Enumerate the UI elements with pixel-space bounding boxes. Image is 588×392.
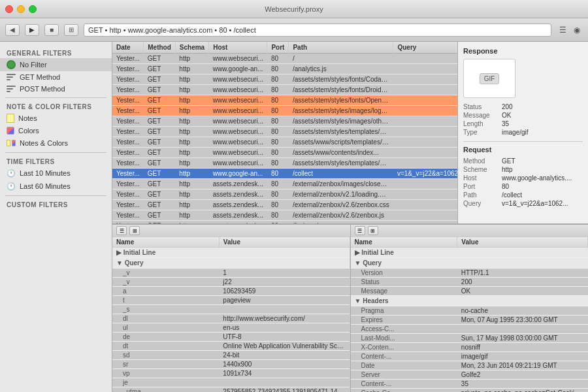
table-row[interactable]: Yester...GEThttpwww.websecuri...80/asset… — [112, 137, 457, 148]
bottom-right-toolbar: ☰ ⊞ — [351, 225, 589, 237]
list-item[interactable]: Access-C... — [351, 325, 588, 334]
time-filters-title: TIME FILTERS — [0, 155, 112, 167]
list-item[interactable]: ▶ Initial Line — [112, 248, 350, 258]
col-path[interactable]: Path — [289, 42, 393, 54]
list-item[interactable]: Status200 — [351, 278, 588, 287]
kv-value-col-r[interactable]: Value — [457, 237, 588, 248]
table-row[interactable]: Yester...GEThttpwww.websecuri...80/asset… — [112, 85, 457, 95]
col-query[interactable]: Query — [393, 42, 457, 54]
bottom-right-panel[interactable]: ☰ ⊞ Name Value ▶ Initial Line▼ QueryVers… — [351, 225, 589, 392]
eye-icon[interactable]: ◉ — [571, 24, 583, 36]
play-button[interactable]: ▶ — [25, 24, 39, 36]
lines-icon-post — [7, 86, 16, 92]
stop-button[interactable]: ■ — [44, 24, 59, 36]
list-item[interactable]: ▼ Query — [112, 258, 350, 269]
table-row[interactable]: Yester...GEThttpassets.zendesk...80/favi… — [112, 221, 457, 224]
sidebar-item-60min[interactable]: 🕐 Last 60 Minutes — [0, 180, 112, 193]
list-item[interactable]: _utma257955852.734924355.1391805471.1400… — [112, 387, 350, 393]
list-item[interactable]: vp1091x734 — [112, 369, 350, 378]
grid-button[interactable]: ⊞ — [64, 24, 78, 36]
back-button[interactable]: ◀ — [5, 24, 20, 36]
table-row[interactable]: Yester...GEThttpwww.websecuri...80/asset… — [112, 148, 457, 158]
list-item[interactable]: sr1440x900 — [112, 360, 350, 369]
traffic-lights — [5, 5, 37, 13]
table-row[interactable]: Yester...GEThttpwww.websecuri...80/asset… — [112, 158, 457, 169]
get-method-label: GET Method — [20, 73, 60, 81]
table-row[interactable]: Yester...GEThttpwww.websecuri...80/asset… — [112, 127, 457, 137]
table-row[interactable]: Yester...GEThttpwww.websecuri...80/asset… — [112, 116, 457, 127]
list-view-btn[interactable]: ☰ — [116, 226, 127, 235]
list-item[interactable]: Content-...35 — [351, 380, 588, 389]
url-bar: GET • http • www.google-analytics.com • … — [84, 24, 551, 37]
list-item[interactable]: sd24-bit — [112, 351, 350, 360]
table-row[interactable]: Yester...GEThttpassets.zendesk...80/exte… — [112, 200, 457, 210]
response-preview: GIF — [463, 59, 515, 98]
url-text: GET • http • www.google-analytics.com • … — [88, 26, 256, 34]
list-item[interactable]: _vj22 — [112, 278, 350, 287]
col-method[interactable]: Method — [144, 42, 176, 54]
sidebar-item-10min[interactable]: 🕐 Last 10 Minutes — [0, 167, 112, 180]
list-item[interactable]: deUTF-8 — [112, 333, 350, 342]
grid-view-btn[interactable]: ⊞ — [129, 226, 140, 235]
kv-name-col-r[interactable]: Name — [351, 237, 457, 248]
list-item[interactable]: VersionHTTP/1.1 — [351, 269, 588, 278]
list-item[interactable]: DateMon, 23 Jun 2014 09:21:19 GMT — [351, 361, 588, 370]
list-item[interactable]: MessageOK — [351, 287, 588, 296]
bottom-section: ☰ ⊞ Name Value ▶ Initial Line▼ Query_v1_… — [112, 225, 588, 392]
list-item[interactable]: a106293459 — [112, 287, 350, 296]
response-kv-table: Name Value ▶ Initial Line▼ QueryVersionH… — [351, 237, 589, 392]
list-item[interactable]: dlhttp://www.websecurify.com/ — [112, 314, 350, 323]
table-row[interactable]: Yester...GEThttpwww.google-an...80/colle… — [112, 169, 457, 179]
clock-icon: 🕐 — [7, 169, 16, 178]
table-row[interactable]: Yester...GEThttpassets.zendesk...80/exte… — [112, 179, 457, 189]
kv-value-col[interactable]: Value — [219, 237, 350, 248]
table-row[interactable]: Yester...GEThttpwww.websecuri...80/asset… — [112, 106, 457, 116]
list-item[interactable]: Pragmano-cache — [351, 306, 588, 316]
table-row[interactable]: Yester...GEThttpwww.websecuri...80/asset… — [112, 95, 457, 106]
list-item[interactable]: Cache-Co...private, no-cache, no-cache=S… — [351, 389, 588, 393]
col-port[interactable]: Port — [267, 42, 289, 54]
list-view-btn-r[interactable]: ☰ — [355, 226, 365, 235]
table-row[interactable]: Yester...GEThttpwww.websecuri...80/asset… — [112, 74, 457, 85]
note-icon — [7, 114, 14, 123]
sidebar-item-post[interactable]: POST Method — [0, 83, 112, 95]
col-schema[interactable]: Schema — [175, 42, 208, 54]
list-item[interactable]: Last-Modi...Sun, 17 May 1998 03:00:00 GM… — [351, 334, 588, 343]
sidebar-item-no-filter[interactable]: No Filter — [0, 58, 112, 71]
list-item[interactable]: tpageview — [112, 296, 350, 305]
list-item[interactable]: _v1 — [112, 269, 350, 278]
list-item[interactable]: ▼ Query — [351, 258, 588, 269]
bottom-left-panel[interactable]: ☰ ⊞ Name Value ▶ Initial Line▼ Query_v1_… — [112, 225, 351, 392]
list-item[interactable]: Content-...image/gif — [351, 352, 588, 361]
list-item[interactable]: ▼ Headers — [351, 296, 588, 306]
sidebar-item-colors[interactable]: Colors — [0, 125, 112, 137]
message-value: OK — [502, 112, 511, 119]
sidebar-item-notes[interactable]: Notes — [0, 112, 112, 125]
table-row[interactable]: Yester...GEThttpassets.zendesk...80/exte… — [112, 189, 457, 200]
requests-table[interactable]: Date Method Schema Host Port Path Query … — [112, 42, 457, 223]
sidebar-item-get[interactable]: GET Method — [0, 71, 112, 83]
list-item[interactable]: je — [112, 378, 350, 387]
list-item[interactable]: ServerGolfe2 — [351, 370, 588, 380]
maximize-button[interactable] — [29, 5, 37, 13]
table-row[interactable]: Yester...GEThttpassets.zendesk...80/exte… — [112, 210, 457, 221]
table-row[interactable]: Yester...GEThttpwww.websecuri...80/2000t… — [112, 54, 457, 64]
table-row[interactable]: Yester...GEThttpwww.google-an...80/analy… — [112, 64, 457, 74]
minimize-button[interactable] — [17, 5, 25, 13]
sidebar-item-notes-colors[interactable]: Notes & Colors — [0, 137, 112, 150]
post-method-label: POST Method — [20, 85, 65, 93]
list-item[interactable]: _s — [112, 305, 350, 314]
list-icon[interactable]: ☰ — [557, 24, 568, 36]
list-item[interactable]: ExpiresMon, 07 Aug 1995 23:30:00 GMT — [351, 316, 588, 325]
notes-label: Notes — [18, 114, 37, 122]
divider-1 — [5, 97, 106, 98]
list-item[interactable]: X-Conten...nosniff — [351, 343, 588, 352]
col-date[interactable]: Date — [112, 42, 144, 54]
close-button[interactable] — [5, 5, 13, 13]
grid-view-btn-r[interactable]: ⊞ — [368, 226, 378, 235]
kv-name-col[interactable]: Name — [112, 237, 219, 248]
list-item[interactable]: ▶ Initial Line — [351, 248, 588, 258]
list-item[interactable]: ulen-us — [112, 323, 350, 333]
list-item[interactable]: dtOnline Web Application Vulnerability S… — [112, 342, 350, 351]
col-host[interactable]: Host — [209, 42, 267, 54]
